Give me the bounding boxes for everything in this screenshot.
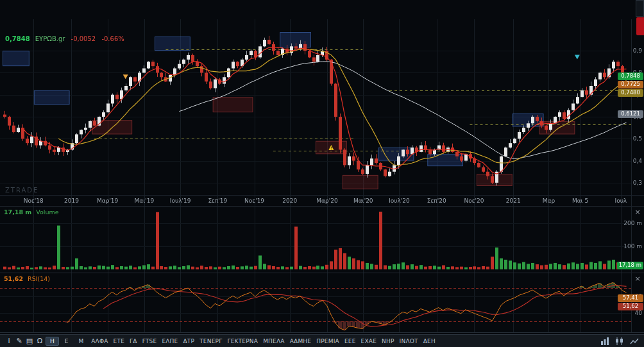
symbol-name: ΕΥΡΩΒ.gr	[35, 35, 65, 42]
ticker-shortcut-ΕΛΠΕ[interactable]: ΕΛΠΕ	[159, 338, 180, 344]
watermark: ZTRADE	[5, 187, 38, 194]
ticker-shortcut-ΜΠΕΛΑ[interactable]: ΜΠΕΛΑ	[260, 338, 287, 344]
side-panel-toggle[interactable]	[636, 0, 644, 17]
ticker-shortcut-ΑΔΜΗΕ[interactable]: ΑΔΜΗΕ	[287, 338, 314, 344]
bottom-toolbar: i✎▤ΩΗΕΜ ΑΛΦΑΕΤΕΓΔFTSEΕΛΠΕΔΤΡΤΕΝΕΡΓΓΕΚΤΕΡ…	[0, 334, 644, 347]
volume-panel-header: 17,18 m Volume	[4, 208, 59, 216]
grid-layout-icon[interactable]: ▤	[24, 337, 35, 345]
ticker-shortcut-ΝΗΡ[interactable]: ΝΗΡ	[379, 338, 397, 344]
toolbar-right-group	[600, 337, 640, 345]
ticker-shortcut-ΕΕΕ[interactable]: ΕΕΕ	[342, 338, 359, 344]
volume-value: 17,18 m	[4, 208, 31, 216]
ticker-shortcut-ΔΤΡ[interactable]: ΔΤΡ	[180, 338, 197, 344]
rsi-panel-header: 51,62 RSI(14)	[4, 275, 50, 282]
trading-app: 0,7848 ΕΥΡΩΒ.gr -0,0052 -0.66% ZTRADE 17…	[0, 0, 644, 347]
ticker-shortcut-ΠΡΕΜΙΑ[interactable]: ΠΡΕΜΙΑ	[314, 338, 342, 344]
chart-canvas[interactable]	[0, 0, 644, 347]
candlestick-icon[interactable]	[615, 337, 624, 345]
last-price: 0,7848	[5, 35, 30, 42]
rsi-panel-close-button[interactable]: ×	[634, 275, 641, 283]
ticker-info: 0,7848 ΕΥΡΩΒ.gr -0,0052 -0.66%	[5, 35, 124, 42]
ticker-shortcut-ΔΕΗ[interactable]: ΔΕΗ	[421, 338, 438, 344]
timeframe-button-Η[interactable]: Η	[46, 337, 59, 346]
draw-icon[interactable]: ✎	[14, 337, 24, 345]
alert-indicator	[636, 17, 644, 35]
ticker-shortcut-ΓΔ[interactable]: ΓΔ	[127, 338, 140, 344]
ticker-shortcut-ΕΧΑΕ[interactable]: ΕΧΑΕ	[359, 338, 380, 344]
volume-panel-close-button[interactable]: ×	[634, 208, 641, 216]
toolbar-ticker-shortcuts: ΑΛΦΑΕΤΕΓΔFTSEΕΛΠΕΔΤΡΤΕΝΕΡΓΓΕΚΤΕΡΝΑΜΠΕΛΑΑ…	[89, 338, 438, 344]
info-icon[interactable]: i	[4, 337, 14, 345]
percent-change: -0.66%	[101, 35, 124, 42]
ticker-shortcut-ΙΝΛΟΤ[interactable]: ΙΝΛΟΤ	[397, 338, 421, 344]
ticker-shortcut-ΓΕΚΤΕΡΝΑ[interactable]: ΓΕΚΤΕΡΝΑ	[225, 338, 260, 344]
toolbar-left-group: i✎▤ΩΗΕΜ	[4, 337, 89, 346]
ticker-shortcut-FTSE[interactable]: FTSE	[140, 338, 160, 344]
rsi-label: RSI(14)	[28, 275, 50, 282]
ticker-shortcut-ΤΕΝΕΡΓ[interactable]: ΤΕΝΕΡΓ	[197, 338, 225, 344]
rsi-value: 51,62	[4, 275, 23, 282]
line-chart-icon[interactable]	[630, 337, 639, 345]
timeframe-button-Ε[interactable]: Ε	[60, 337, 73, 346]
column-chart-icon[interactable]	[600, 337, 609, 345]
timeframe-button-Μ[interactable]: Μ	[74, 337, 88, 346]
volume-label: Volume	[36, 208, 58, 216]
ticker-shortcut-ΑΛΦΑ[interactable]: ΑΛΦΑ	[89, 338, 110, 344]
ticker-shortcut-ΕΤΕ[interactable]: ΕΤΕ	[111, 338, 127, 344]
price-change: -0,0052	[71, 35, 96, 42]
omega-indicator-icon[interactable]: Ω	[35, 337, 45, 345]
